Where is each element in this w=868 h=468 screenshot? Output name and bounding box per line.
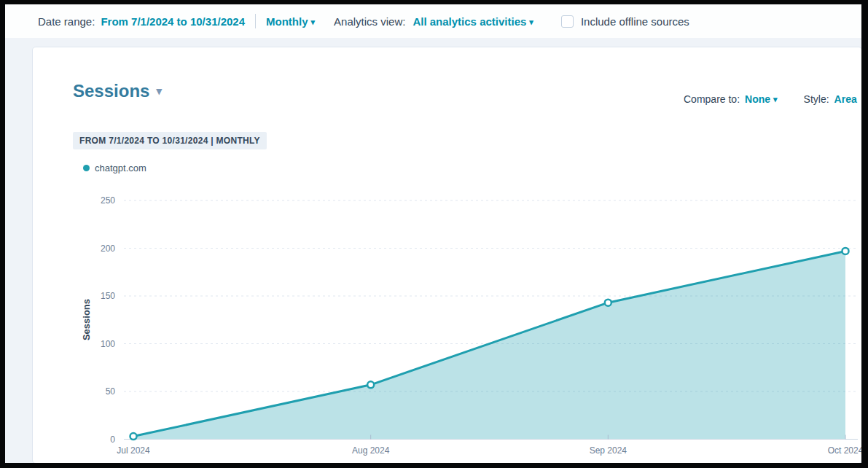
chevron-down-icon: ▾ bbox=[311, 17, 316, 26]
svg-text:Oct 2024: Oct 2024 bbox=[828, 445, 861, 456]
svg-text:Aug 2024: Aug 2024 bbox=[352, 445, 390, 456]
sessions-area-chart[interactable]: 050100150200250Jul 2024Aug 2024Sep 2024O… bbox=[33, 47, 861, 463]
toolbar-divider bbox=[255, 14, 256, 28]
analytics-view-label: Analytics view: bbox=[334, 15, 405, 28]
filters-toolbar: Date range: From 7/1/2024 to 10/31/2024 … bbox=[5, 4, 861, 38]
svg-text:Sep 2024: Sep 2024 bbox=[590, 445, 627, 456]
svg-text:250: 250 bbox=[101, 195, 115, 206]
frequency-dropdown[interactable]: Monthly▾ bbox=[266, 15, 315, 28]
svg-text:Jul 2024: Jul 2024 bbox=[117, 445, 150, 456]
offline-sources-label[interactable]: Include offline sources bbox=[581, 15, 689, 28]
svg-text:50: 50 bbox=[106, 386, 116, 397]
date-range-label: Date range: bbox=[38, 15, 95, 28]
chevron-down-icon: ▾ bbox=[529, 17, 533, 26]
app-viewport: Date range: From 7/1/2024 to 10/31/2024 … bbox=[5, 4, 861, 463]
offline-sources-checkbox[interactable] bbox=[561, 15, 574, 28]
report-card: Sessions▾ Compare to: None▾ Style: Area … bbox=[33, 47, 861, 463]
svg-text:0: 0 bbox=[110, 434, 115, 445]
svg-text:150: 150 bbox=[101, 291, 115, 301]
svg-text:200: 200 bbox=[101, 243, 115, 254]
analytics-view-dropdown[interactable]: All analytics activities▾ bbox=[413, 15, 533, 28]
date-range-value[interactable]: From 7/1/2024 to 10/31/2024 bbox=[101, 15, 245, 28]
svg-text:100: 100 bbox=[101, 339, 115, 349]
